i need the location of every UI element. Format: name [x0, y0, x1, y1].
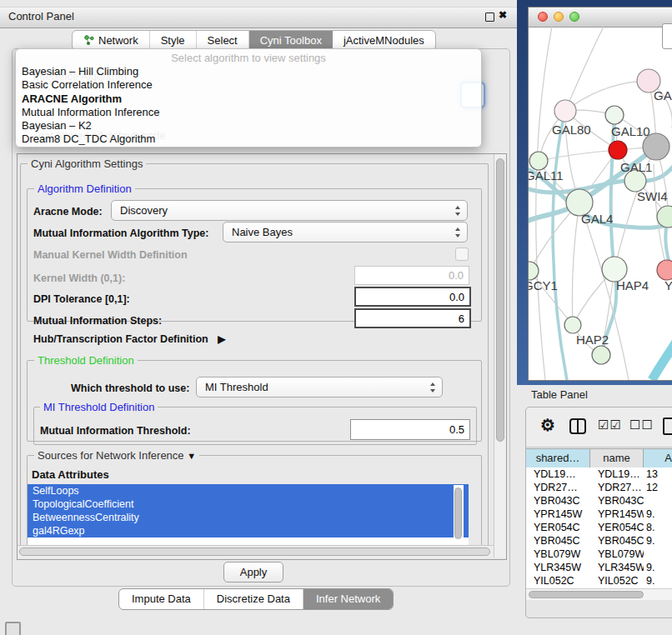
data-attributes-list[interactable]: SelfLoopsTopologicalCoefficientBetweenne… — [28, 484, 469, 545]
network-node-hap2[interactable] — [564, 317, 581, 333]
tab-style[interactable]: Style — [150, 31, 197, 50]
which-threshold-label: Which threshold to use: — [71, 382, 189, 394]
table-row[interactable]: YPR145WYPR145W9. — [526, 508, 672, 521]
table-header-row: shared…nameA — [526, 448, 672, 468]
tab-label: jActiveMNodules — [344, 32, 424, 50]
table-row[interactable]: YLR345WYLR345W9. — [526, 561, 672, 574]
algorithm-option[interactable]: Mutual Information Inference — [16, 106, 481, 119]
network-node-gal80[interactable] — [554, 100, 576, 122]
tab-discretize-data[interactable]: Discretize Data — [204, 589, 303, 609]
node-label: GCY1 — [529, 278, 558, 292]
settings-vertical-scrollbar-thumb[interactable] — [496, 158, 504, 442]
node-label: GAL1 — [620, 160, 652, 174]
table-row[interactable]: YDL19…YDL19…13 — [526, 468, 672, 481]
kernel-width-field[interactable]: 0.0 — [354, 266, 469, 285]
table-cell: 13 — [644, 468, 672, 481]
network-node[interactable] — [657, 206, 672, 228]
attributes-scrollbar[interactable] — [454, 485, 464, 544]
tab-jactivemnodules[interactable]: jActiveMNodules — [333, 31, 435, 50]
tab-infer-network[interactable]: Infer Network — [303, 589, 393, 609]
close-panel-icon[interactable]: ✖ — [499, 9, 507, 21]
network-view-window[interactable]: GALGAL80GAL10GAL1GAL11SWI4GAL4GCY1HAP4YH… — [528, 7, 672, 381]
apply-button[interactable]: Apply — [223, 562, 283, 582]
node-label: GAL80 — [552, 122, 591, 137]
network-node[interactable] — [592, 346, 610, 364]
network-node-gal1[interactable] — [609, 141, 627, 159]
table-cell: YER054C — [526, 521, 590, 534]
mi-steps-field[interactable]: 6 — [354, 308, 471, 328]
tab-network[interactable]: Network — [73, 31, 150, 50]
manual-kernel-width-checkbox[interactable] — [455, 248, 469, 261]
settings-horizontal-scrollbar-thumb[interactable] — [19, 548, 490, 556]
gear-icon[interactable]: ⚙ — [540, 415, 555, 435]
tab-impute-data[interactable]: Impute Data — [119, 589, 204, 609]
aracne-mode-combobox[interactable]: Discovery — [111, 200, 468, 221]
table-panel-title: Table Panel — [531, 388, 588, 401]
table-cell: YPR145W — [526, 508, 590, 521]
dpi-tolerance-field[interactable]: 0.0 — [354, 287, 471, 307]
combo-arrows-icon — [455, 228, 461, 238]
table-row[interactable]: YER054CYER054C8. — [526, 521, 672, 534]
which-threshold-value: MI Threshold — [205, 381, 268, 393]
node-label: Y — [664, 278, 672, 292]
table-row[interactable]: YIL052CYIL052C9. — [526, 574, 672, 588]
algorithm-option[interactable]: Basic Correlation Inference — [16, 78, 481, 92]
collapsed-panel-icon[interactable] — [5, 622, 21, 635]
close-window-icon[interactable] — [538, 12, 548, 22]
page-icon[interactable] — [663, 418, 672, 435]
partial-overlay-box — [662, 23, 672, 49]
checked-columns-icon[interactable]: ☑☑ — [598, 418, 622, 432]
network-window-titlebar[interactable] — [529, 8, 672, 28]
table-row[interactable]: YBL079WYBL079W — [526, 548, 672, 561]
settings-vertical-scrollbar[interactable] — [494, 154, 506, 558]
table-row[interactable]: YBR043CYBR043C — [526, 494, 672, 508]
node-label: HAP2 — [576, 332, 609, 347]
algorithm-option[interactable]: Dream8 DC_TDC Algorithm — [16, 132, 481, 146]
attribute-item[interactable]: SelfLoops — [28, 484, 469, 498]
tab-cyni-toolbox[interactable]: Cyni Toolbox — [249, 31, 333, 50]
network-node-gal11[interactable] — [529, 152, 548, 170]
table-cell: YDR27… — [590, 481, 644, 494]
chevron-down-icon: ▼ — [187, 451, 196, 461]
column-header-a[interactable]: A — [644, 449, 672, 468]
zoom-window-icon[interactable] — [569, 12, 579, 22]
attribute-item[interactable]: BetweennessCentrality — [28, 511, 469, 524]
hub-definition-toggle[interactable]: Hub/Transcription Factor Definition ▶ — [33, 333, 225, 345]
table-rows: YDL19…YDL19…13YDR27…YDR27…12YBR043CYBR04… — [526, 468, 672, 588]
float-panel-icon[interactable] — [485, 12, 494, 22]
table-row[interactable]: YDR27…YDR27…12 — [526, 481, 672, 494]
network-canvas[interactable]: GALGAL80GAL10GAL1GAL11SWI4GAL4GCY1HAP4YH… — [529, 27, 672, 380]
table-cell: YLR345W — [590, 561, 644, 574]
algorithm-option[interactable]: Bayesian – K2 — [16, 119, 481, 132]
combo-arrows-icon — [455, 206, 461, 216]
table-horizontal-scrollbar-thumb[interactable] — [529, 591, 644, 598]
table-cell: YIL052C — [526, 574, 590, 588]
mi-threshold-field[interactable]: 0.5 — [350, 419, 470, 440]
settings-horizontal-scrollbar[interactable] — [18, 545, 494, 558]
attribute-item[interactable]: TopologicalCoefficient — [28, 498, 469, 511]
attribute-item[interactable]: gal4RGexp — [28, 524, 469, 538]
which-threshold-combobox[interactable]: MI Threshold — [196, 377, 443, 398]
table-row[interactable]: YBR045CYBR045C9. — [526, 534, 672, 548]
minimize-window-icon[interactable] — [554, 12, 564, 22]
table-horizontal-scrollbar[interactable] — [526, 588, 672, 600]
bottom-tabbar: Impute DataDiscretize DataInfer Network — [118, 588, 394, 610]
algorithm-option[interactable]: Bayesian – Hill Climbing — [16, 65, 481, 78]
algorithm-option[interactable]: ARACNE Algorithm — [16, 92, 481, 106]
column-header-shared[interactable]: shared… — [526, 449, 590, 468]
split-columns-icon[interactable] — [569, 418, 586, 434]
column-header-name[interactable]: name — [590, 449, 644, 468]
network-node-gal10[interactable] — [605, 106, 624, 124]
node-label: GAL11 — [529, 168, 564, 182]
network-node-y[interactable] — [657, 260, 672, 280]
table-cell: YDL19… — [590, 468, 644, 481]
dpi-tolerance-label: DPI Tolerance [0,1]: — [33, 293, 130, 305]
unchecked-columns-icon[interactable]: ☐☐ — [629, 418, 654, 432]
tab-select[interactable]: Select — [197, 31, 249, 50]
node-label: GAL4 — [581, 212, 613, 226]
sources-toggle[interactable]: Sources for Network Inference ▼ — [34, 449, 199, 462]
attributes-scrollbar-thumb[interactable] — [454, 488, 462, 539]
mi-algorithm-type-label: Mutual Information Algorithm Type: — [33, 228, 208, 239]
table-cell: YLR345W — [526, 561, 590, 574]
mi-algorithm-type-combobox[interactable]: Naive Bayes — [223, 222, 468, 242]
